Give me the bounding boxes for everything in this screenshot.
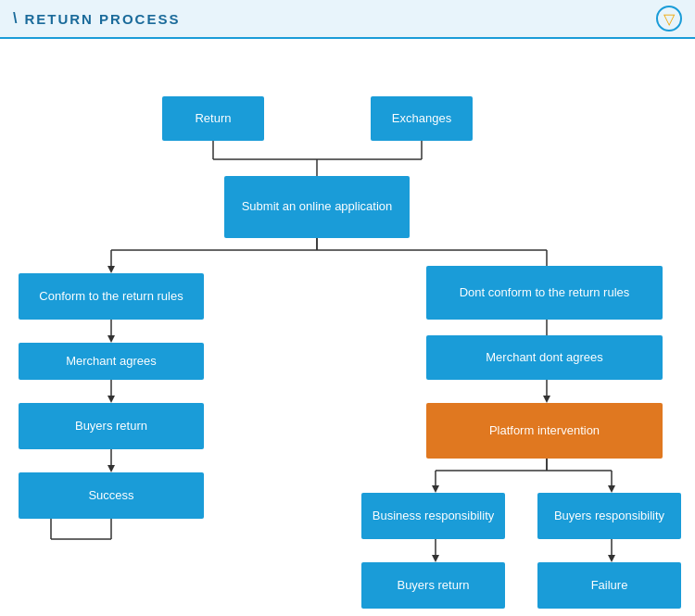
return-box: Return [162,96,264,141]
buyers-return-right-box: Buyers return [361,562,505,609]
conform-box: Conform to the return rules [19,273,204,320]
menu-icon[interactable]: ▽ [656,6,682,31]
page-title: RETURN PROCESS [13,10,180,27]
dont-conform-box: Dont conform to the return rules [426,266,663,320]
svg-marker-8 [107,266,115,273]
svg-marker-30 [608,485,615,493]
svg-marker-32 [432,555,439,562]
exchanges-box: Exchanges [371,96,473,141]
svg-marker-14 [107,335,115,343]
platform-box: Platform intervention [426,403,663,459]
svg-marker-34 [608,555,615,562]
merchant-dont-box: Merchant dont agrees [426,335,663,380]
submit-box: Submit an online application [224,176,410,238]
buyers-return-left-box: Buyers return [19,403,204,449]
diagram-area: Return Exchanges Submit an online applic… [0,39,695,616]
svg-marker-26 [432,485,439,493]
page-header: RETURN PROCESS ▽ [0,0,695,39]
buyers-resp-box: Buyers responsibility [537,493,681,539]
failure-box: Failure [537,562,681,609]
business-resp-box: Business responsibility [361,493,505,539]
svg-marker-22 [543,396,550,403]
success-box: Success [19,472,204,519]
svg-marker-16 [107,396,115,403]
merchant-agrees-box: Merchant agrees [19,343,204,380]
svg-marker-18 [107,465,115,472]
